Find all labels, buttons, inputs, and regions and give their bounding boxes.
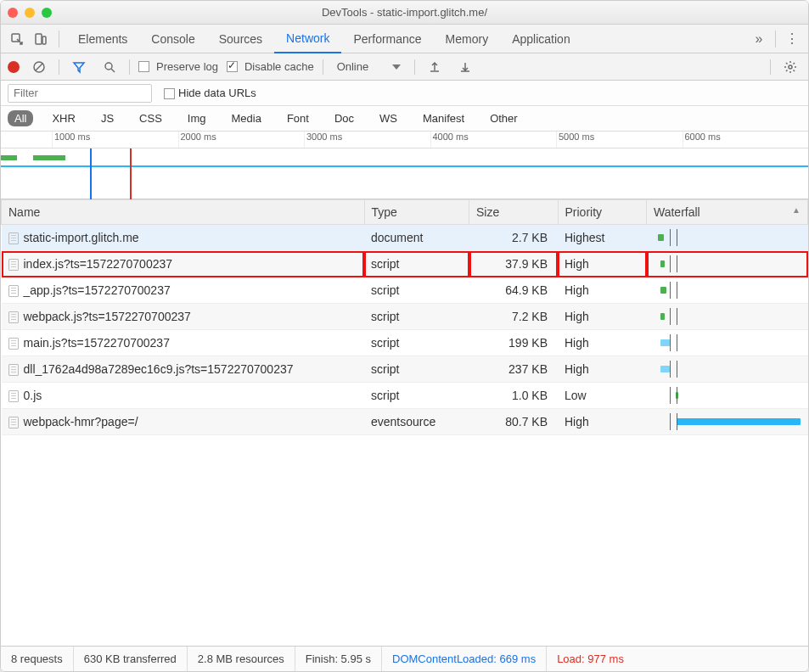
request-priority: High (558, 277, 647, 304)
status-load: Load: 977 ms (547, 647, 634, 671)
request-waterfall (647, 330, 808, 356)
preserve-log-checkbox[interactable]: Preserve log (138, 60, 218, 73)
type-filter-font[interactable]: Font (280, 110, 316, 126)
kebab-menu-icon[interactable]: ⋮ (781, 28, 803, 50)
request-type: script (364, 277, 469, 304)
col-size[interactable]: Size (469, 200, 559, 225)
request-size: 80.7 KB (469, 409, 559, 435)
type-filter-other[interactable]: Other (483, 110, 525, 126)
file-icon (8, 338, 19, 350)
type-filter-doc[interactable]: Doc (328, 110, 361, 126)
tab-network[interactable]: Network (274, 25, 341, 53)
request-waterfall (647, 304, 808, 330)
tab-memory[interactable]: Memory (434, 25, 501, 53)
file-icon (8, 285, 19, 297)
type-filter-all[interactable]: All (8, 110, 33, 126)
request-name: dll_1762a4d98a7289ec16c9.js?ts=157227070… (24, 362, 294, 376)
type-filter-css[interactable]: CSS (132, 110, 169, 126)
request-priority: High (558, 356, 647, 383)
type-filter-js[interactable]: JS (94, 110, 121, 126)
hide-data-urls-checkbox[interactable]: Hide data URLs (164, 87, 256, 99)
request-type: eventsource (364, 409, 469, 435)
table-row[interactable]: index.js?ts=1572270700237script37.9 KBHi… (2, 251, 808, 277)
request-waterfall (647, 409, 808, 435)
request-name: 0.js (24, 389, 42, 402)
request-waterfall (647, 277, 808, 304)
traffic-lights (8, 8, 52, 18)
table-row[interactable]: static-import.glitch.medocument2.7 KBHig… (2, 225, 808, 251)
panel-tabs: ElementsConsoleSourcesNetworkPerformance… (1, 25, 808, 53)
device-toolbar-icon[interactable] (30, 28, 52, 50)
tab-application[interactable]: Application (500, 25, 582, 53)
throttling-select[interactable]: Online (332, 60, 407, 73)
clear-icon[interactable] (28, 56, 50, 78)
search-icon[interactable] (98, 56, 121, 78)
request-waterfall (647, 356, 808, 383)
record-button[interactable] (8, 61, 20, 73)
request-type: script (364, 356, 469, 383)
timeline-tick: 2000 ms (178, 132, 305, 148)
download-har-icon[interactable] (454, 56, 476, 78)
request-name: webpack.js?ts=1572270700237 (24, 310, 191, 323)
tab-sources[interactable]: Sources (207, 25, 274, 53)
request-type: script (364, 330, 469, 356)
type-filter-ws[interactable]: WS (373, 110, 404, 126)
file-icon (8, 311, 19, 323)
timeline-tick: 3000 ms (304, 132, 430, 148)
request-priority: Highest (558, 225, 647, 251)
upload-har-icon[interactable] (424, 56, 446, 78)
col-name[interactable]: Name (2, 200, 365, 225)
request-name: _app.js?ts=1572270700237 (24, 283, 171, 297)
filter-row: Hide data URLs (1, 81, 808, 106)
request-size: 2.7 KB (469, 225, 559, 251)
request-waterfall (647, 251, 808, 277)
table-row[interactable]: webpack.js?ts=1572270700237script7.2 KBH… (2, 304, 808, 330)
type-filter-manifest[interactable]: Manifest (416, 110, 471, 126)
request-size: 7.2 KB (469, 304, 559, 330)
request-priority: High (558, 409, 647, 435)
requests-table: Name Type Size Priority Waterfall▲ stati… (1, 199, 808, 646)
preserve-log-label: Preserve log (156, 60, 218, 73)
type-filter-img[interactable]: Img (181, 110, 213, 126)
col-type[interactable]: Type (364, 200, 469, 225)
request-waterfall (647, 225, 808, 251)
request-name: main.js?ts=1572270700237 (24, 336, 170, 350)
file-icon (8, 364, 19, 376)
table-row[interactable]: dll_1762a4d98a7289ec16c9.js?ts=157227070… (2, 356, 808, 383)
request-type: script (364, 251, 469, 277)
file-icon (8, 259, 19, 271)
close-window-button[interactable] (8, 8, 18, 18)
request-size: 237 KB (469, 356, 559, 383)
type-filter-media[interactable]: Media (224, 110, 267, 126)
inspect-icon[interactable] (6, 28, 28, 50)
table-row[interactable]: 0.jsscript1.0 KBLow (2, 383, 808, 409)
col-waterfall[interactable]: Waterfall▲ (647, 200, 808, 225)
type-filter-row: AllXHRJSCSSImgMediaFontDocWSManifestOthe… (1, 106, 808, 132)
timeline-overview[interactable]: 1000 ms2000 ms3000 ms4000 ms5000 ms6000 … (1, 132, 808, 199)
table-row[interactable]: webpack-hmr?page=/eventsource80.7 KBHigh (2, 409, 808, 435)
svg-point-4 (105, 63, 112, 70)
minimize-window-button[interactable] (25, 8, 35, 18)
request-priority: High (558, 330, 647, 356)
type-filter-xhr[interactable]: XHR (45, 110, 81, 126)
status-finish: Finish: 5.95 s (295, 647, 382, 671)
filter-input[interactable] (8, 84, 152, 103)
zoom-window-button[interactable] (42, 8, 52, 18)
table-row[interactable]: main.js?ts=1572270700237script199 KBHigh (2, 330, 808, 356)
status-transferred: 630 KB transferred (74, 647, 188, 671)
svg-rect-2 (42, 36, 46, 44)
col-priority[interactable]: Priority (558, 200, 647, 225)
settings-gear-icon[interactable] (779, 56, 801, 78)
filter-icon[interactable] (68, 56, 90, 78)
tab-console[interactable]: Console (139, 25, 206, 53)
timeline-tick: 4000 ms (430, 132, 557, 148)
hide-data-urls-label: Hide data URLs (178, 87, 256, 99)
table-row[interactable]: _app.js?ts=1572270700237script64.9 KBHig… (2, 277, 808, 304)
request-name: static-import.glitch.me (24, 231, 139, 244)
more-tabs-icon[interactable]: » (748, 28, 770, 50)
tab-elements[interactable]: Elements (66, 25, 139, 53)
disable-cache-checkbox[interactable]: Disable cache (227, 60, 314, 73)
tab-performance[interactable]: Performance (341, 25, 433, 53)
request-name: webpack-hmr?page=/ (24, 415, 138, 428)
request-type: document (364, 225, 469, 251)
